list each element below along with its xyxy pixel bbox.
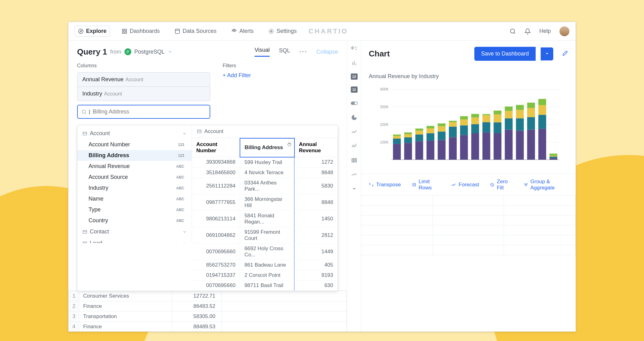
- bar-chart-icon[interactable]: [350, 59, 358, 67]
- tree-group-account[interactable]: Account: [77, 128, 192, 139]
- tree-item[interactable]: CountryABC: [77, 215, 192, 226]
- table-row: 1Consumer Services12722.71: [69, 291, 347, 301]
- svg-rect-56: [427, 133, 434, 141]
- nav-settings[interactable]: Settings: [265, 26, 300, 36]
- svg-rect-95: [538, 129, 546, 160]
- svg-rect-93: [527, 108, 535, 117]
- svg-rect-46: [393, 135, 401, 136]
- preview-col-account-number[interactable]: Account Number: [192, 138, 240, 157]
- bell-icon[interactable]: [524, 28, 531, 34]
- tree-item[interactable]: NameABC: [77, 193, 192, 204]
- svg-rect-67: [460, 135, 468, 160]
- sparkline-icon[interactable]: [350, 171, 358, 178]
- svg-rect-49: [404, 134, 412, 137]
- svg-marker-1: [80, 30, 82, 32]
- svg-rect-65: [449, 122, 457, 126]
- collapse-link[interactable]: Collapse: [316, 49, 338, 55]
- pie-icon[interactable]: [350, 114, 358, 121]
- action-forecast[interactable]: Forecast: [451, 179, 479, 191]
- search-icon[interactable]: [510, 28, 516, 34]
- svg-rect-102: [550, 153, 557, 156]
- svg-rect-51: [415, 141, 423, 160]
- tab-sql[interactable]: SQL: [279, 47, 290, 56]
- gear-icon: [268, 29, 274, 34]
- preview-col-billing-address[interactable]: Billing Address: [240, 138, 294, 157]
- svg-rect-19: [198, 130, 201, 133]
- column-pill-industry[interactable]: IndustryAccount: [77, 87, 210, 101]
- svg-rect-13: [83, 132, 87, 135]
- search-icon: [81, 109, 86, 114]
- svg-rect-70: [460, 116, 468, 119]
- svg-point-110: [525, 185, 526, 186]
- stacked-bar-chart: 100K200K300K400K: [369, 86, 568, 166]
- action-limit[interactable]: Limit Rows: [412, 179, 440, 191]
- empty-grid: [361, 196, 576, 331]
- action-group[interactable]: Group & Aggregate: [524, 179, 568, 191]
- tree-group-lead[interactable]: Lead: [77, 237, 192, 243]
- tree-item[interactable]: Account SourceABC: [77, 172, 192, 183]
- action-zero-fill[interactable]: Zero Fill: [490, 179, 512, 191]
- more-chevron-icon[interactable]: [350, 185, 358, 193]
- svg-rect-2: [122, 29, 124, 31]
- edit-icon[interactable]: [562, 50, 568, 58]
- avatar[interactable]: [559, 26, 569, 36]
- tree-item[interactable]: IndustryABC: [77, 183, 192, 193]
- dots-icon: •••: [299, 49, 307, 55]
- svg-rect-43: [393, 144, 401, 160]
- save-dropdown[interactable]: [541, 47, 553, 60]
- svg-rect-78: [482, 114, 490, 115]
- svg-line-12: [85, 113, 86, 114]
- nav-alerts[interactable]: Alerts: [228, 26, 257, 36]
- db-name[interactable]: PostgreSQL: [134, 49, 165, 55]
- action-transpose[interactable]: Transpose: [369, 179, 401, 191]
- query-title: Query 1: [77, 47, 107, 57]
- tab-visual[interactable]: Visual: [255, 47, 270, 57]
- svg-rect-91: [527, 130, 535, 160]
- filters-label: Filters: [223, 63, 251, 69]
- tree-item[interactable]: TypeABC: [77, 204, 192, 215]
- table-row: 2Finance86483.52: [69, 301, 347, 311]
- nav-datasources[interactable]: Data Sources: [172, 26, 220, 36]
- area-chart-icon[interactable]: [350, 142, 358, 150]
- chevron-down-icon: [182, 241, 187, 243]
- db-badge: P: [124, 48, 131, 55]
- svg-text:400K: 400K: [380, 87, 389, 91]
- svg-rect-88: [516, 118, 524, 131]
- svg-rect-73: [471, 117, 479, 124]
- column-search[interactable]: |: [77, 105, 210, 119]
- save-button[interactable]: Save to Dashboard: [474, 47, 536, 61]
- svg-rect-77: [482, 115, 490, 122]
- column-pill-annual-revenue[interactable]: Annual RevenueAccount: [77, 73, 210, 87]
- line-chart-icon[interactable]: [350, 128, 358, 135]
- svg-point-0: [79, 29, 83, 33]
- nav-explore[interactable]: Explore: [75, 26, 110, 37]
- grid-icon: [122, 29, 127, 34]
- svg-rect-101: [550, 156, 557, 157]
- nav-dashboards[interactable]: Dashboards: [119, 26, 163, 36]
- table-chart-icon[interactable]: [350, 157, 358, 164]
- tree-item[interactable]: Annual RevenueABC: [77, 161, 192, 172]
- column-search-input[interactable]: [93, 108, 206, 115]
- app-window: Explore Dashboards Data Sources Alerts S…: [68, 22, 576, 332]
- svg-rect-68: [460, 125, 468, 135]
- svg-rect-96: [538, 115, 546, 129]
- preview-col-annual-revenue[interactable]: Annual Revenue: [294, 138, 338, 157]
- add-filter-link[interactable]: + Add Filter: [223, 72, 251, 79]
- number-chart-icon[interactable]: 12: [351, 73, 358, 80]
- magic-icon[interactable]: [350, 45, 358, 52]
- nav-help[interactable]: Help: [539, 28, 551, 34]
- preview-row: 01947153372 Corscot Point8193: [192, 270, 338, 280]
- tree-item[interactable]: Billing Address123: [77, 150, 192, 161]
- tree-group-contact[interactable]: Contact: [77, 226, 192, 237]
- svg-rect-83: [505, 130, 512, 160]
- svg-rect-97: [538, 105, 546, 115]
- preview-row: 007069566098711 Basil Trail630: [192, 280, 338, 290]
- number-compact-icon[interactable]: 12: [351, 86, 358, 93]
- table-icon: [82, 229, 87, 234]
- svg-rect-84: [505, 118, 512, 130]
- svg-rect-79: [494, 133, 501, 160]
- progress-icon[interactable]: [350, 100, 358, 107]
- chevron-down-icon[interactable]: [168, 50, 172, 54]
- tree-item[interactable]: Account Number123: [77, 139, 192, 150]
- svg-rect-90: [516, 105, 524, 110]
